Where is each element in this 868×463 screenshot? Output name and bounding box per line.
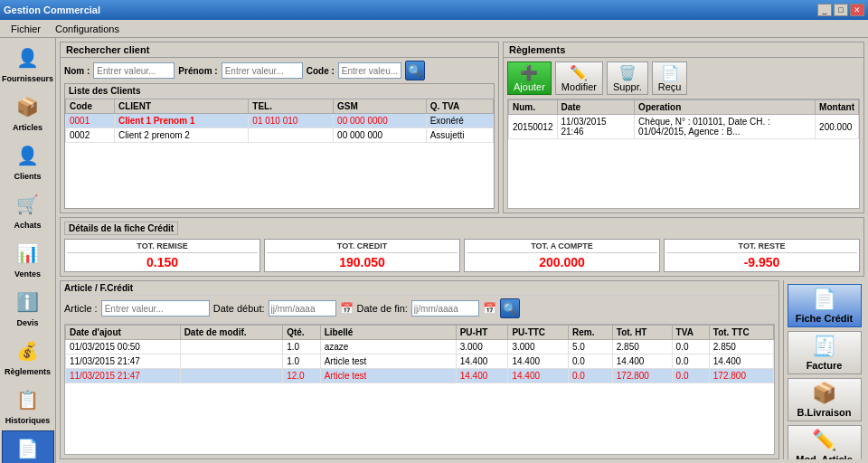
blivraison-right-button[interactable]: 📦 B.Livraison bbox=[788, 378, 862, 421]
articles-icon: 📦 bbox=[14, 92, 42, 121]
col-gsm: GSM bbox=[334, 99, 427, 114]
reg-col-operation: Operation bbox=[635, 100, 816, 115]
client-tel: 01 010 010 bbox=[249, 114, 334, 128]
menu-configurations[interactable]: Configurations bbox=[48, 22, 127, 36]
maximize-button[interactable]: □ bbox=[834, 4, 848, 16]
menu-fichier[interactable]: Fichier bbox=[4, 22, 48, 36]
window-controls: _ □ ✕ bbox=[817, 4, 864, 16]
ajouter-button[interactable]: ➕ Ajouter bbox=[507, 61, 552, 95]
col-code: Code bbox=[66, 99, 115, 114]
client-list: Liste des Clients Code CLIENT TEL. GSM Q… bbox=[64, 83, 495, 209]
reg-operation: Chèque, N° : 010101, Date CH. : 01/04/20… bbox=[635, 115, 816, 139]
client-code: 0001 bbox=[66, 114, 115, 128]
historiques-icon: 📋 bbox=[14, 385, 42, 414]
reglements-icon: 💰 bbox=[14, 336, 42, 365]
fiche-credit-right-button[interactable]: 📄 Fiche Crédit bbox=[788, 284, 862, 327]
clients-icon: 👤 bbox=[14, 141, 42, 170]
article-input[interactable] bbox=[101, 300, 210, 317]
ventes-icon: 📊 bbox=[14, 239, 42, 268]
reg-table-container: Num. Date Operation Montant 20150012 11/… bbox=[507, 99, 860, 209]
blivraison-right-icon: 📦 bbox=[812, 382, 836, 405]
close-button[interactable]: ✕ bbox=[850, 4, 864, 16]
sidebar-item-historiques[interactable]: 📋 Historiques bbox=[2, 382, 54, 429]
date-debut-calendar-icon[interactable]: 📅 bbox=[340, 302, 354, 315]
reg-date: 11/03/2015 21:46 bbox=[557, 115, 635, 139]
prenom-input[interactable] bbox=[222, 62, 303, 79]
art-col-libelle: Libellé bbox=[320, 326, 456, 340]
art-rem: 0.0 bbox=[569, 354, 613, 369]
date-debut-input[interactable] bbox=[269, 300, 336, 317]
reg-montant: 200.000 bbox=[816, 115, 859, 139]
art-totht: 172.800 bbox=[612, 369, 672, 383]
reste-value: -9.950 bbox=[744, 255, 780, 269]
sidebar-item-articles[interactable]: 📦 Articles bbox=[2, 89, 54, 136]
article-table-row[interactable]: 11/03/2015 21:47 1.0 Article test 14.400… bbox=[66, 354, 774, 369]
sidebar-label-devis: Devis bbox=[16, 318, 38, 327]
nom-input[interactable] bbox=[93, 62, 175, 79]
art-libelle: Article test bbox=[320, 369, 456, 383]
client-table-row[interactable]: 0002 Client 2 prenom 2 00 000 000 Assuje… bbox=[66, 128, 494, 143]
article-table-row[interactable]: 11/03/2015 21:47 12.0 Article test 14.40… bbox=[66, 369, 774, 383]
credit-boxes: TOT. REMISE 0.150 TOT. CREDIT 190.050 TO… bbox=[64, 239, 860, 272]
art-tuttc: 3.000 bbox=[508, 340, 569, 354]
credit-value: 190.050 bbox=[339, 255, 385, 269]
reg-table-row[interactable]: 20150012 11/03/2015 21:46 Chèque, N° : 0… bbox=[509, 115, 859, 139]
client-table-row[interactable]: 0001 Client 1 Prenom 1 01 010 010 00 000… bbox=[66, 114, 494, 128]
sidebar-item-ventes[interactable]: 📊 Ventes bbox=[2, 235, 54, 282]
date-fin-input[interactable] bbox=[411, 300, 479, 317]
menu-bar: Fichier Configurations bbox=[0, 20, 868, 38]
article-table: Date d'ajout Date de modif. Qté. Libellé… bbox=[65, 325, 774, 383]
mod-article-right-button[interactable]: ✏️ Mod. Article bbox=[788, 425, 862, 459]
code-input[interactable] bbox=[338, 62, 401, 79]
art-tuttc: 14.400 bbox=[508, 354, 569, 369]
suppr-button[interactable]: 🗑️ Suppr. bbox=[607, 61, 648, 95]
facture-right-icon: 🧾 bbox=[812, 335, 836, 358]
top-section: Rechercher client Nom : Prénom : Code : … bbox=[60, 42, 864, 213]
art-rem: 0.0 bbox=[569, 369, 613, 383]
reg-table: Num. Date Operation Montant 20150012 11/… bbox=[508, 99, 859, 139]
article-search-button[interactable]: 🔍 bbox=[500, 298, 520, 318]
sidebar-item-achats[interactable]: 🛒 Achats bbox=[2, 186, 54, 233]
client-tel bbox=[249, 128, 334, 143]
sidebar-item-reglements[interactable]: 💰 Règlements bbox=[2, 333, 54, 380]
sidebar-label-ventes: Ventes bbox=[14, 269, 41, 279]
article-label: Article : bbox=[64, 303, 98, 314]
art-puht: 3.000 bbox=[456, 340, 508, 354]
achats-icon: 🛒 bbox=[14, 190, 42, 219]
client-name: Client 2 prenom 2 bbox=[114, 128, 248, 143]
client-search-row: Nom : Prénom : Code : 🔍 bbox=[61, 58, 498, 83]
minimize-button[interactable]: _ bbox=[817, 4, 832, 16]
col-tel: TEL. bbox=[249, 99, 334, 114]
fiche-credit-right-icon: 📄 bbox=[812, 288, 836, 311]
fiche-credit-right-label: Fiche Crédit bbox=[796, 313, 854, 324]
modifier-button[interactable]: ✏️ Modifier bbox=[555, 61, 603, 95]
suppr-label: Suppr. bbox=[613, 81, 642, 92]
client-list-title: Liste des Clients bbox=[65, 84, 494, 99]
sidebar-label-fournisseurs: Fournisseurs bbox=[2, 74, 53, 83]
sidebar-item-fournisseurs[interactable]: 👤 Fournisseurs bbox=[2, 40, 54, 87]
sidebar-item-devis[interactable]: ℹ️ Devis bbox=[2, 284, 54, 331]
art-totht: 14.400 bbox=[612, 354, 672, 369]
mod-article-right-icon: ✏️ bbox=[812, 429, 836, 452]
art-col-totttc: Tot. TTC bbox=[709, 326, 773, 340]
art-tuttc: 14.400 bbox=[508, 369, 569, 383]
art-date-ajout: 01/03/2015 00:50 bbox=[66, 340, 181, 354]
facture-right-button[interactable]: 🧾 Facture bbox=[788, 331, 862, 374]
sidebar-label-achats: Achats bbox=[14, 221, 41, 230]
date-fin-calendar-icon[interactable]: 📅 bbox=[483, 302, 496, 315]
suppr-icon: 🗑️ bbox=[618, 64, 637, 81]
art-date-modif bbox=[180, 354, 283, 369]
mod-article-right-label: Mod. Article bbox=[796, 454, 853, 459]
right-sidebar: 📄 Fiche Crédit 🧾 Facture 📦 B.Livraison ✏… bbox=[783, 280, 864, 459]
reglements-panel: Règlements ➕ Ajouter ✏️ Modifier 🗑️ Supp… bbox=[503, 42, 864, 213]
search-button[interactable]: 🔍 bbox=[405, 61, 425, 80]
client-gsm: 00 000 0000 bbox=[334, 114, 427, 128]
sidebar-item-fiche-credit[interactable]: 📄 Fiche Crédit bbox=[2, 430, 54, 463]
client-panel-title: Rechercher client bbox=[61, 43, 498, 58]
article-table-container: Date d'ajout Date de modif. Qté. Libellé… bbox=[64, 324, 775, 455]
recu-button[interactable]: 📄 Reçu bbox=[652, 61, 688, 95]
art-totht: 2.850 bbox=[612, 340, 672, 354]
art-tva: 0.0 bbox=[672, 354, 709, 369]
article-table-row[interactable]: 01/03/2015 00:50 1.0 azaze 3.000 3.000 5… bbox=[66, 340, 774, 354]
sidebar-item-clients[interactable]: 👤 Clients bbox=[2, 137, 54, 184]
